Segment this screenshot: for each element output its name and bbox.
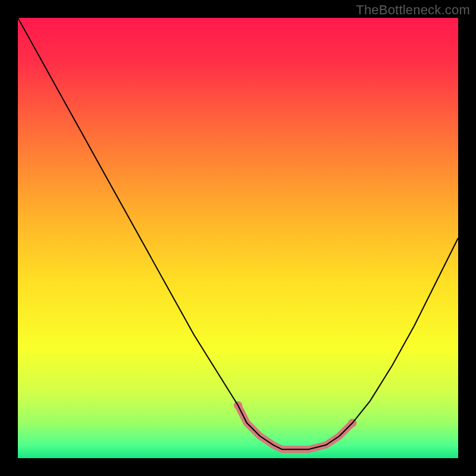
watermark-text: TheBottleneck.com [356,2,470,18]
bottleneck-curve [18,18,458,458]
curve-line [18,18,458,449]
plot-area [18,18,458,458]
optimal-band [234,401,356,449]
chart-frame: TheBottleneck.com [0,0,476,476]
